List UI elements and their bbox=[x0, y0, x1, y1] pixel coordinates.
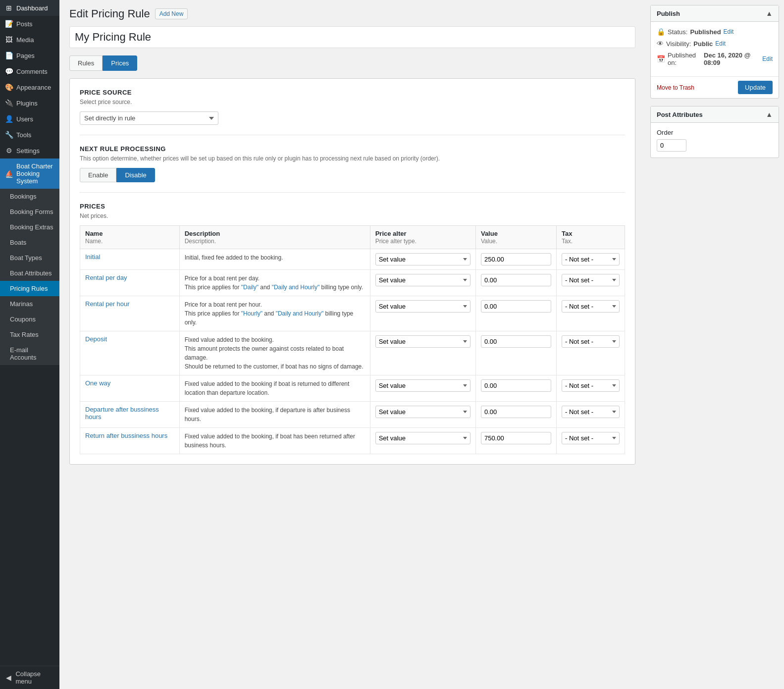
price-value-6[interactable] bbox=[475, 428, 556, 454]
price-alter-4[interactable]: Set value bbox=[370, 375, 475, 402]
price-value-input-3[interactable] bbox=[481, 335, 551, 348]
visibility-edit-link[interactable]: Edit bbox=[715, 40, 726, 47]
sidebar-item-dashboard[interactable]: ⊞ Dashboard bbox=[0, 0, 59, 16]
price-alter-select-3[interactable]: Set value bbox=[375, 335, 470, 348]
prices-net-label: Net prices. bbox=[80, 212, 625, 219]
sidebar-item-appearance[interactable]: 🎨 Appearance bbox=[0, 79, 59, 95]
sidebar-item-media[interactable]: 🖼 Media bbox=[0, 32, 59, 48]
move-to-trash-link[interactable]: Move to Trash bbox=[657, 84, 694, 91]
price-alter-select-0[interactable]: Set value bbox=[375, 253, 470, 265]
sidebar-item-boat-charter[interactable]: ⛵ Boat Charter Booking System bbox=[0, 159, 59, 189]
price-value-0[interactable] bbox=[475, 249, 556, 270]
table-row: Return after bussiness hoursFixed value … bbox=[80, 428, 625, 454]
boat-charter-icon: ⛵ bbox=[5, 170, 13, 178]
price-alter-select-2[interactable]: Set value bbox=[375, 300, 470, 313]
visibility-value: Public bbox=[693, 40, 713, 48]
price-value-input-5[interactable] bbox=[481, 406, 551, 418]
page-title-bar: Edit Pricing Rule Add New bbox=[69, 7, 635, 20]
price-value-3[interactable] bbox=[475, 331, 556, 375]
price-value-5[interactable] bbox=[475, 402, 556, 428]
price-alter-5[interactable]: Set value bbox=[370, 402, 475, 428]
tab-rules[interactable]: Rules bbox=[69, 55, 103, 71]
sidebar-item-booking-forms[interactable]: Booking Forms bbox=[0, 204, 59, 219]
price-value-input-2[interactable] bbox=[481, 300, 551, 313]
price-value-1[interactable] bbox=[475, 270, 556, 296]
sidebar-item-plugins[interactable]: 🔌 Plugins bbox=[0, 95, 59, 111]
price-value-input-4[interactable] bbox=[481, 379, 551, 392]
sidebar-item-boats[interactable]: Boats bbox=[0, 235, 59, 250]
main-content: Edit Pricing Rule Add New Rules Prices P… bbox=[59, 0, 784, 689]
price-source-select[interactable]: Set directly in rule From boat settings … bbox=[80, 111, 218, 125]
price-tax-1[interactable]: - Not set - bbox=[556, 270, 625, 296]
sidebar-item-users[interactable]: 👤 Users bbox=[0, 111, 59, 127]
price-alter-1[interactable]: Set value bbox=[370, 270, 475, 296]
prices-title: PRICES bbox=[80, 203, 625, 210]
sidebar-item-tax-rates[interactable]: Tax Rates bbox=[0, 327, 59, 342]
sidebar-item-comments[interactable]: 💬 Comments bbox=[0, 63, 59, 79]
publish-panel-header[interactable]: Publish ▲ bbox=[651, 5, 779, 22]
table-row: DepositFixed value added to the booking.… bbox=[80, 331, 625, 375]
price-alter-6[interactable]: Set value bbox=[370, 428, 475, 454]
price-alter-2[interactable]: Set value bbox=[370, 296, 475, 331]
sidebar-item-posts[interactable]: 📝 Posts bbox=[0, 16, 59, 32]
published-edit-link[interactable]: Edit bbox=[762, 55, 773, 62]
price-alter-select-5[interactable]: Set value bbox=[375, 406, 470, 418]
price-value-2[interactable] bbox=[475, 296, 556, 331]
sidebar-collapse-menu[interactable]: ◀ Collapse menu bbox=[0, 666, 59, 689]
price-value-input-1[interactable] bbox=[481, 274, 551, 286]
price-value-input-6[interactable] bbox=[481, 432, 551, 444]
sidebar-item-tools[interactable]: 🔧 Tools bbox=[0, 127, 59, 143]
price-tax-0[interactable]: - Not set - bbox=[556, 249, 625, 270]
price-tax-5[interactable]: - Not set - bbox=[556, 402, 625, 428]
price-tax-select-2[interactable]: - Not set - bbox=[562, 300, 620, 313]
price-value-input-0[interactable] bbox=[481, 253, 551, 265]
sidebar-item-marinas[interactable]: Marinas bbox=[0, 296, 59, 312]
sidebar-item-email-accounts[interactable]: E-mail Accounts bbox=[0, 342, 59, 365]
collapse-icon: ◀ bbox=[5, 674, 12, 682]
sidebar-item-pricing-rules[interactable]: Pricing Rules bbox=[0, 281, 59, 296]
post-attributes-panel-header[interactable]: Post Attributes ▲ bbox=[651, 106, 779, 123]
sidebar-item-pages[interactable]: 📄 Pages bbox=[0, 48, 59, 63]
price-tax-3[interactable]: - Not set - bbox=[556, 331, 625, 375]
price-tax-select-6[interactable]: - Not set - bbox=[562, 432, 620, 444]
sidebar-item-boat-attributes[interactable]: Boat Attributes bbox=[0, 265, 59, 281]
toggle-enable[interactable]: Enable bbox=[80, 168, 116, 182]
price-tax-select-4[interactable]: - Not set - bbox=[562, 379, 620, 392]
order-label: Order bbox=[657, 129, 773, 136]
prices-content-box: PRICE SOURCE Select price source. Set di… bbox=[69, 78, 635, 465]
post-title-input[interactable] bbox=[69, 26, 635, 48]
sidebar-item-booking-extras[interactable]: Booking Extras bbox=[0, 219, 59, 235]
publish-collapse-icon[interactable]: ▲ bbox=[766, 9, 773, 17]
toggle-disable[interactable]: Disable bbox=[116, 168, 155, 182]
table-row: Rental per dayPrice for a boat rent per … bbox=[80, 270, 625, 296]
price-tax-select-1[interactable]: - Not set - bbox=[562, 274, 620, 286]
post-attributes-collapse-icon[interactable]: ▲ bbox=[766, 110, 773, 118]
media-icon: 🖼 bbox=[5, 36, 13, 44]
prices-table: Name Name. Description Description. Pric… bbox=[80, 225, 625, 454]
price-tax-select-3[interactable]: - Not set - bbox=[562, 335, 620, 348]
price-tax-6[interactable]: - Not set - bbox=[556, 428, 625, 454]
price-alter-select-6[interactable]: Set value bbox=[375, 432, 470, 444]
add-new-button[interactable]: Add New bbox=[155, 8, 188, 19]
price-alter-select-1[interactable]: Set value bbox=[375, 274, 470, 286]
price-tax-2[interactable]: - Not set - bbox=[556, 296, 625, 331]
sidebar-item-coupons[interactable]: Coupons bbox=[0, 312, 59, 327]
published-date-row: 📅 Published on: Dec 16, 2020 @ 08:09 Edi… bbox=[657, 52, 773, 66]
sidebar-item-settings[interactable]: ⚙ Settings bbox=[0, 143, 59, 159]
price-tax-select-0[interactable]: - Not set - bbox=[562, 253, 620, 265]
price-tax-select-5[interactable]: - Not set - bbox=[562, 406, 620, 418]
price-alter-0[interactable]: Set value bbox=[370, 249, 475, 270]
right-sidebar: Publish ▲ 🔒 Status: Published Edit 👁 Vis… bbox=[645, 0, 784, 689]
post-attributes-panel: Post Attributes ▲ Order bbox=[650, 106, 779, 158]
sidebar-item-boat-types[interactable]: Boat Types bbox=[0, 250, 59, 265]
price-alter-3[interactable]: Set value bbox=[370, 331, 475, 375]
sidebar-item-bookings[interactable]: Bookings bbox=[0, 189, 59, 204]
price-alter-select-4[interactable]: Set value bbox=[375, 379, 470, 392]
update-button[interactable]: Update bbox=[738, 81, 773, 94]
tab-prices[interactable]: Prices bbox=[103, 55, 137, 71]
status-edit-link[interactable]: Edit bbox=[724, 28, 734, 35]
price-tax-4[interactable]: - Not set - bbox=[556, 375, 625, 402]
next-rule-section: NEXT RULE PROCESSING This option determi… bbox=[80, 145, 625, 182]
order-input[interactable] bbox=[657, 139, 686, 152]
price-value-4[interactable] bbox=[475, 375, 556, 402]
